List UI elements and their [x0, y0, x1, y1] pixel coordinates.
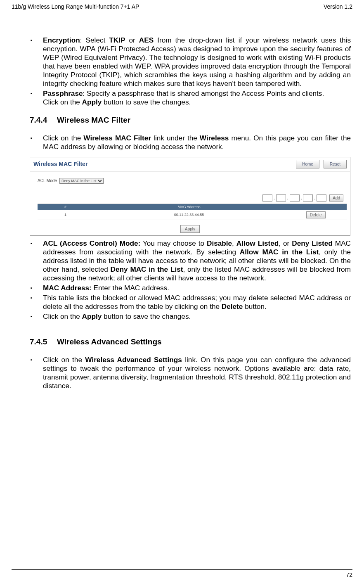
t: Click on the: [43, 312, 82, 320]
bullet-text: Click on the Apply button to save the ch…: [43, 312, 351, 321]
t: Apply: [82, 312, 102, 320]
mac-octet-4[interactable]: [303, 194, 313, 202]
bullet-advanced-intro: ▪ Click on the Wireless Advanced Setting…: [30, 356, 351, 390]
t: ,: [232, 239, 236, 247]
section-744-heading: 7.4.4Wireless MAC Filter: [30, 116, 351, 125]
toolbar-buttons: Home Reset: [296, 160, 347, 168]
bullet-text: Passphrase: Specify a passphrase that is…: [43, 89, 351, 107]
t: You may choose to: [140, 239, 207, 247]
bullet-text: Click on the Wireless MAC Filter link un…: [43, 134, 351, 151]
bullet-apply: ▪ Click on the Apply button to save the …: [30, 312, 351, 321]
acl-mode-label: ACL Mode: [38, 178, 57, 183]
home-button[interactable]: Home: [296, 160, 319, 168]
t: Allow Listed: [236, 239, 279, 247]
section-745-heading: 7.4.5Wireless Advanced Settings: [30, 337, 351, 346]
t: Apply: [82, 98, 102, 106]
bullet-mark-icon: ▪: [30, 294, 43, 311]
t: button.: [243, 302, 266, 311]
t: Allow MAC in the List: [240, 248, 319, 256]
t: or: [125, 36, 139, 44]
t: : Specify a passphrase that is shared am…: [83, 89, 324, 97]
bullet-passphrase: ▪ Passphrase: Specify a passphrase that …: [30, 89, 351, 107]
t: Delete: [222, 302, 243, 311]
header-right: Version 1.2: [324, 3, 352, 10]
mac-octet-3[interactable]: [290, 194, 300, 202]
mac-octet-2[interactable]: [276, 194, 286, 202]
mac-octet-5[interactable]: [317, 194, 326, 202]
t: link under the: [151, 134, 200, 142]
row-num: 1: [38, 210, 93, 220]
bullet-text: This table lists the blocked or allowed …: [43, 294, 351, 311]
t: Enter the MAC address.: [92, 284, 169, 292]
bullet-mark-icon: ▪: [30, 239, 43, 282]
reset-button[interactable]: Reset: [324, 160, 347, 168]
bullet-mark-icon: ▪: [30, 356, 43, 390]
t: Wireless MAC Filter: [83, 134, 151, 142]
page-header: 11b/g Wireless Long Range Multi-function…: [12, 3, 352, 11]
col-mac: MAC Address: [93, 204, 285, 210]
bullet-text: Encryption: Select TKIP or AES from the …: [43, 36, 351, 88]
row-mac: 00:11:22:33:44:55: [93, 210, 285, 220]
t: MAC Address:: [43, 284, 92, 292]
bullet-text: ACL (Access Control) Mode: You may choos…: [43, 239, 351, 282]
mac-filter-screenshot: Wireless MAC Filter Home Reset ACL Mode …: [30, 157, 350, 236]
t: Click on the: [43, 356, 85, 364]
acl-mode-row: ACL Mode Deny MAC in the List: [38, 178, 347, 184]
bullet-mac-address: ▪ MAC Address: Enter the MAC address.: [30, 284, 351, 292]
mac-octet-1[interactable]: [262, 194, 272, 202]
page-footer: 72: [12, 569, 352, 578]
bullet-table-delete: ▪ This table lists the blocked or allowe…: [30, 294, 351, 311]
bullet-mark-icon: ▪: [30, 312, 43, 321]
t: This table lists the blocked or allowed …: [43, 294, 351, 311]
page-number: 72: [346, 571, 352, 578]
header-left: 11b/g Wireless Long Range Multi-function…: [12, 3, 139, 10]
acl-mode-select[interactable]: Deny MAC in the List: [59, 178, 104, 184]
t: button to save the changes.: [102, 312, 191, 320]
t: Deny Listed: [292, 239, 333, 247]
section-num: 7.4.4: [30, 116, 57, 125]
apply-button[interactable]: Apply: [180, 225, 200, 233]
bullet-mark-icon: ▪: [30, 36, 43, 88]
t: ACL (Access Control) Mode:: [43, 239, 140, 247]
t: Deny MAC in the List: [111, 265, 183, 273]
t: : Select: [80, 36, 109, 44]
bullet-acl-mode: ▪ ACL (Access Control) Mode: You may cho…: [30, 239, 351, 282]
bullet-text: MAC Address: Enter the MAC address.: [43, 284, 351, 292]
t: button to save the changes.: [102, 98, 191, 106]
encryption-label: Encryption: [43, 36, 80, 44]
t: Click on the: [43, 134, 83, 142]
t: Wireless: [200, 134, 229, 142]
t: AES: [139, 36, 154, 44]
screenshot-toolbar: Wireless MAC Filter Home Reset: [30, 157, 350, 171]
screenshot-body: ACL Mode Deny MAC in the List . . . . Ad…: [30, 171, 350, 220]
bullet-macfilter-intro: ▪ Click on the Wireless MAC Filter link …: [30, 134, 351, 151]
apply-row: Apply: [30, 220, 350, 235]
t: Click on the: [43, 98, 82, 106]
col-action: [285, 204, 347, 210]
mac-table: # MAC Address 1 00:11:22:33:44:55 Delete: [38, 204, 347, 220]
section-num: 7.4.5: [30, 337, 57, 346]
t: Disable: [207, 239, 232, 247]
page-content: ▪ Encryption: Select TKIP or AES from th…: [12, 36, 352, 390]
bullet-mark-icon: ▪: [30, 89, 43, 107]
screenshot-title: Wireless MAC Filter: [33, 161, 87, 167]
t: Wireless Advanced Settings: [85, 356, 182, 364]
section-title: Wireless MAC Filter: [57, 116, 130, 124]
col-num: #: [38, 204, 93, 210]
section-title: Wireless Advanced Settings: [57, 337, 162, 346]
table-row: 1 00:11:22:33:44:55 Delete: [38, 210, 347, 220]
bullet-mark-icon: ▪: [30, 134, 43, 151]
bullet-encryption: ▪ Encryption: Select TKIP or AES from th…: [30, 36, 351, 88]
delete-button[interactable]: Delete: [306, 211, 326, 218]
t: TKIP: [109, 36, 125, 44]
t: , or: [279, 239, 292, 247]
bullet-text: Click on the Wireless Advanced Settings …: [43, 356, 351, 390]
mac-input-row: . . . . Add: [38, 194, 347, 202]
add-button[interactable]: Add: [329, 194, 343, 202]
passphrase-label: Passphrase: [43, 89, 83, 97]
bullet-mark-icon: ▪: [30, 284, 43, 292]
